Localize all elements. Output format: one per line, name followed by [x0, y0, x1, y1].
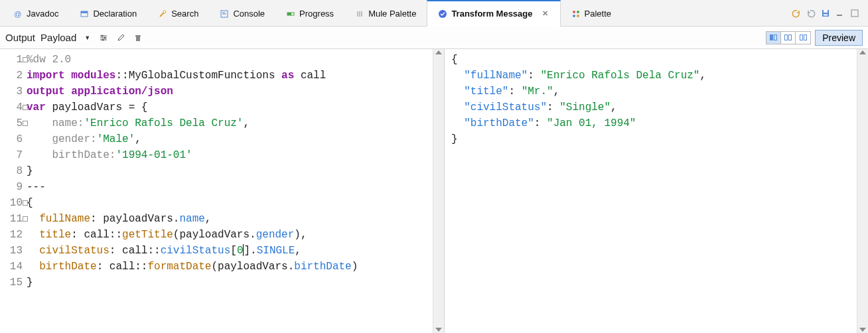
scroll-down-icon[interactable]	[859, 328, 866, 332]
scroll-up-icon[interactable]	[859, 50, 866, 54]
svg-point-27	[102, 38, 104, 40]
svg-rect-19	[824, 14, 828, 16]
edit-icon[interactable]	[115, 33, 126, 43]
tab-label: Palette	[585, 9, 611, 19]
maximize-icon[interactable]	[849, 8, 860, 19]
svg-rect-18	[824, 10, 828, 13]
line-number: 4	[0, 100, 27, 115]
svg-point-13	[573, 11, 575, 13]
back-icon[interactable]	[791, 8, 802, 19]
output-toolbar: Output Payload ▼ Preview	[0, 27, 868, 49]
scroll-up-icon[interactable]	[435, 50, 442, 54]
line-number: 6	[0, 131, 27, 147]
output-label: Output	[5, 32, 40, 43]
settings-icon[interactable]	[98, 33, 109, 43]
close-icon[interactable]: ✕	[541, 9, 549, 18]
tab-declaration[interactable]: Declaration	[69, 0, 147, 27]
svg-rect-21	[851, 10, 858, 17]
preview-button[interactable]: Preview	[815, 30, 863, 46]
line-number: 2	[0, 68, 27, 84]
tab-label: Mule Palette	[368, 9, 416, 19]
tab-label: Progress	[299, 9, 334, 19]
tab-mule-palette[interactable]: Mule Palette	[344, 0, 427, 27]
tab-javadoc[interactable]: @ Javadoc	[3, 0, 69, 27]
line-number: 12	[0, 227, 27, 243]
line-number: 5	[0, 115, 27, 131]
scrollbar[interactable]	[857, 49, 868, 333]
tab-label: Javadoc	[27, 9, 58, 19]
dataweave-editor[interactable]: 1%dw 2.0 2import modules::MyGlobalCustom…	[0, 49, 445, 333]
view-mode-1[interactable]	[766, 32, 781, 44]
svg-point-15	[573, 15, 575, 17]
line-number: 13	[0, 243, 27, 259]
svg-rect-29	[135, 35, 141, 36]
palette-icon	[571, 9, 581, 19]
declaration-icon	[80, 9, 89, 19]
view-mode-toggle	[766, 31, 811, 44]
console-icon	[220, 9, 229, 19]
view-tabs: @ Javadoc Declaration Search Console Pro…	[0, 0, 868, 27]
forward-icon[interactable]	[806, 8, 816, 19]
search-icon	[158, 9, 167, 19]
view-toolbar	[791, 8, 865, 19]
scrollbar[interactable]	[433, 49, 444, 333]
javadoc-icon: @	[13, 9, 23, 19]
view-mode-3[interactable]	[796, 32, 810, 44]
view-mode-2[interactable]	[781, 32, 796, 44]
line-number: 9	[0, 179, 27, 195]
line-number: 14	[0, 259, 27, 275]
svg-point-16	[577, 15, 579, 17]
tab-label: Declaration	[93, 9, 137, 19]
progress-icon	[286, 9, 295, 19]
editor-panes: 1%dw 2.0 2import modules::MyGlobalCustom…	[0, 49, 868, 333]
svg-point-3	[163, 11, 166, 13]
minimize-icon[interactable]	[835, 8, 845, 19]
line-number: 3	[0, 84, 27, 100]
save-icon[interactable]	[820, 8, 831, 19]
line-number: 8	[0, 163, 27, 179]
svg-point-25	[102, 34, 104, 36]
line-number: 11	[0, 211, 27, 227]
delete-icon[interactable]	[133, 33, 143, 43]
tab-label: Console	[233, 9, 265, 19]
svg-point-26	[104, 36, 106, 38]
svg-rect-28	[136, 36, 140, 41]
tab-console[interactable]: Console	[209, 0, 275, 27]
dropdown-icon[interactable]: ▼	[82, 34, 93, 41]
transform-message-icon	[438, 9, 447, 19]
svg-point-14	[577, 11, 579, 13]
line-number: 1	[0, 52, 27, 68]
mule-palette-icon	[355, 9, 364, 19]
scroll-down-icon[interactable]	[435, 328, 442, 332]
svg-rect-2	[81, 11, 88, 13]
tab-search[interactable]: Search	[147, 0, 209, 27]
svg-rect-20	[837, 15, 842, 16]
tab-palette[interactable]: Palette	[561, 0, 622, 27]
tab-transform-message[interactable]: Transform Message ✕	[427, 0, 560, 27]
tab-label: Search	[171, 9, 198, 19]
tab-label: Transform Message	[451, 9, 532, 19]
tab-progress[interactable]: Progress	[275, 0, 344, 27]
line-number: 10	[0, 195, 27, 211]
line-number: 7	[0, 147, 27, 163]
json-output-viewer[interactable]: { "fullName": "Enrico Rafols Dela Cruz",…	[445, 49, 868, 333]
svg-text:@: @	[14, 10, 21, 18]
svg-rect-8	[287, 13, 291, 15]
payload-label: Payload	[40, 32, 82, 43]
line-number: 15	[0, 275, 27, 291]
